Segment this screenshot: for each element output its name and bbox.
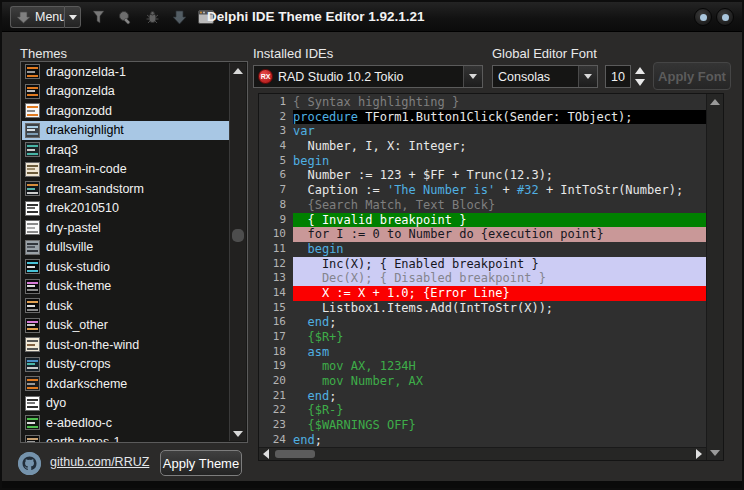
bug-icon[interactable] bbox=[144, 9, 160, 25]
theme-preview-icon bbox=[25, 84, 40, 99]
font-size-stepper bbox=[633, 65, 646, 88]
theme-preview-icon bbox=[25, 220, 40, 235]
window-controls bbox=[694, 8, 734, 26]
code-line: 10 for I := 0 to Number do {execution po… bbox=[259, 227, 706, 242]
github-link[interactable]: github.com/RRUZ bbox=[50, 455, 149, 469]
themes-list[interactable]: dragonzelda-1dragonzeldadragonzodddrakeh… bbox=[20, 61, 248, 443]
export-theme-icon[interactable] bbox=[90, 9, 106, 25]
code-line: 3var bbox=[259, 124, 706, 139]
theme-list-item[interactable]: dyo bbox=[22, 394, 229, 414]
title-toolbar bbox=[90, 6, 214, 28]
code-line: 12 Inc(X); { Enabled breakpoint } bbox=[259, 257, 706, 272]
minimize-button[interactable] bbox=[694, 8, 712, 26]
tools-icon[interactable] bbox=[117, 9, 133, 25]
code-line-text: Inc(X); { Enabled breakpoint } bbox=[293, 257, 706, 272]
editor-vertical-scrollbar[interactable] bbox=[706, 94, 723, 460]
theme-name: dragonzelda-1 bbox=[46, 65, 126, 79]
line-number: 3 bbox=[259, 124, 293, 139]
arrow-down-icon[interactable] bbox=[171, 9, 187, 25]
theme-list-item[interactable]: dry-pastel bbox=[22, 218, 229, 238]
line-number: 8 bbox=[259, 198, 293, 213]
theme-preview-icon bbox=[25, 376, 40, 391]
theme-list-item[interactable]: dream-in-code bbox=[22, 160, 229, 180]
theme-name: dusk-theme bbox=[46, 279, 111, 293]
theme-list-item[interactable]: draq3 bbox=[22, 140, 229, 160]
code-line: 14 X := X + 1.0; {Error Line} bbox=[259, 286, 706, 301]
code-line-text: { Invalid breakpoint } bbox=[293, 213, 706, 228]
theme-list-item[interactable]: drek2010510 bbox=[22, 199, 229, 219]
line-number: 17 bbox=[259, 330, 293, 345]
line-number: 21 bbox=[259, 389, 293, 404]
theme-list-item[interactable]: drakehighlight bbox=[22, 121, 229, 141]
spin-up-icon[interactable] bbox=[635, 67, 645, 74]
scroll-down-button[interactable] bbox=[707, 445, 723, 460]
github-icon[interactable] bbox=[18, 452, 41, 475]
code-line: 22 {$R-} bbox=[259, 403, 706, 418]
font-select[interactable]: Consolas bbox=[492, 65, 598, 88]
theme-list-item[interactable]: dullsville bbox=[22, 238, 229, 258]
code-line-text: Caption := 'The Number is' + #32 + IntTo… bbox=[293, 183, 706, 198]
theme-name: dusk_other bbox=[46, 318, 108, 332]
theme-name: dusk-studio bbox=[46, 260, 110, 274]
menu-button[interactable]: Menu bbox=[10, 6, 64, 28]
theme-list-item[interactable]: dust-on-the-wind bbox=[22, 335, 229, 355]
theme-name: e-abedloo-c bbox=[46, 416, 112, 430]
code-line: 8 {Search Match, Text Block} bbox=[259, 198, 706, 213]
scroll-up-button[interactable] bbox=[707, 94, 723, 109]
ide-select[interactable]: RX RAD Studio 10.2 Tokio bbox=[253, 65, 483, 88]
code-line-text: end; bbox=[293, 315, 706, 330]
theme-list-item[interactable]: dragonzodd bbox=[22, 101, 229, 121]
themes-items: dragonzelda-1dragonzeldadragonzodddrakeh… bbox=[22, 62, 229, 442]
theme-list-item[interactable]: dusk-theme bbox=[22, 277, 229, 297]
theme-name: dragonzodd bbox=[46, 104, 112, 118]
theme-list-item[interactable]: dream-sandstorm bbox=[22, 179, 229, 199]
theme-preview-icon bbox=[25, 162, 40, 177]
scroll-up-button[interactable] bbox=[230, 63, 246, 78]
theme-name: dream-in-code bbox=[46, 162, 127, 176]
themes-scrollbar[interactable] bbox=[229, 63, 246, 441]
spin-down-icon[interactable] bbox=[635, 79, 645, 86]
theme-list-item[interactable]: earth-tones-1 bbox=[22, 433, 229, 443]
theme-preview-icon bbox=[25, 298, 40, 313]
arrow-up-icon bbox=[710, 99, 720, 105]
code-editor-preview[interactable]: 1{ Syntax highlighting }2procedure TForm… bbox=[258, 93, 724, 461]
rad-studio-icon: RX bbox=[258, 69, 273, 84]
theme-list-item[interactable]: dusk-studio bbox=[22, 257, 229, 277]
theme-preview-icon bbox=[25, 103, 40, 118]
installed-ides-label: Installed IDEs bbox=[253, 46, 333, 61]
theme-preview-icon bbox=[25, 415, 40, 430]
theme-list-item[interactable]: dusty-crops bbox=[22, 355, 229, 375]
code-line-text: Dec(X); { Disabled breakpoint } bbox=[293, 271, 706, 286]
apply-font-button[interactable]: Apply Font bbox=[653, 62, 731, 90]
chevron-down-icon bbox=[469, 74, 477, 79]
theme-list-item[interactable]: dragonzelda-1 bbox=[22, 62, 229, 82]
scroll-thumb[interactable] bbox=[275, 450, 315, 458]
theme-list-item[interactable]: dusk_other bbox=[22, 316, 229, 336]
code-line-text: begin bbox=[293, 154, 706, 169]
theme-list-item[interactable]: e-abedloo-c bbox=[22, 413, 229, 433]
code-line: 15 Listbox1.Items.Add(IntToStr(X)); bbox=[259, 301, 706, 316]
code-line: 4 Number, I, X: Integer; bbox=[259, 139, 706, 154]
apply-theme-button[interactable]: Apply Theme bbox=[160, 450, 242, 476]
scroll-thumb[interactable] bbox=[232, 229, 244, 242]
theme-list-item[interactable]: dusk bbox=[22, 296, 229, 316]
line-number: 18 bbox=[259, 345, 293, 360]
theme-list-item[interactable]: dxdarkscheme bbox=[22, 374, 229, 394]
font-size-input[interactable]: 10 bbox=[605, 65, 631, 88]
code-line: 6 Number := 123 + $FF + Trunc(12.3); bbox=[259, 168, 706, 183]
font-dropdown-button[interactable] bbox=[578, 66, 597, 87]
line-number: 24 bbox=[259, 433, 293, 447]
ide-dropdown-button[interactable] bbox=[463, 66, 482, 87]
code-line-text: mov AX, 1234H bbox=[293, 359, 706, 374]
menu-dropdown-button[interactable] bbox=[64, 6, 81, 28]
scroll-down-button[interactable] bbox=[230, 426, 246, 441]
close-button[interactable] bbox=[716, 8, 734, 26]
scroll-left-button[interactable] bbox=[259, 448, 273, 460]
code-line: 20 mov Number, AX bbox=[259, 374, 706, 389]
theme-list-item[interactable]: dragonzelda bbox=[22, 82, 229, 102]
scroll-right-button[interactable] bbox=[692, 448, 706, 460]
line-number: 1 bbox=[259, 95, 293, 110]
code-line: 24end; bbox=[259, 433, 706, 447]
editor-horizontal-scrollbar[interactable] bbox=[259, 447, 706, 460]
theme-name: drakehighlight bbox=[46, 123, 124, 137]
